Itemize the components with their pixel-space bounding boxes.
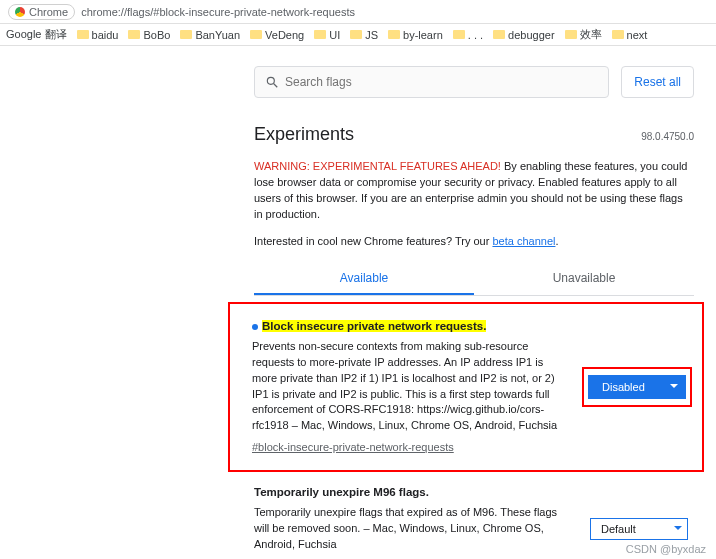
version-label: 98.0.4750.0 xyxy=(641,131,694,142)
search-input[interactable] xyxy=(285,75,598,89)
modified-dot-icon xyxy=(252,324,258,330)
bookmark-item[interactable]: JS xyxy=(350,29,378,41)
address-bar: Chrome chrome://flags/#block-insecure-pr… xyxy=(0,0,716,24)
folder-icon xyxy=(250,30,262,39)
search-icon xyxy=(265,75,279,89)
bookmark-item[interactable]: baidu xyxy=(77,29,119,41)
tab-unavailable[interactable]: Unavailable xyxy=(474,263,694,295)
svg-point-0 xyxy=(267,77,274,84)
bookmark-item[interactable]: BoBo xyxy=(128,29,170,41)
flag-item: Block insecure private network requests.… xyxy=(252,318,692,457)
flag-title: Block insecure private network requests. xyxy=(262,320,486,332)
bookmark-item[interactable]: VeDeng xyxy=(250,29,304,41)
bookmark-item[interactable]: debugger xyxy=(493,29,555,41)
select-highlight-box: Disabled xyxy=(582,367,692,407)
chrome-logo-icon xyxy=(15,7,25,17)
folder-icon xyxy=(453,30,465,39)
bookmark-item[interactable]: 效率 xyxy=(565,27,602,42)
folder-icon xyxy=(565,30,577,39)
svg-line-1 xyxy=(274,84,278,88)
folder-icon xyxy=(180,30,192,39)
search-row: Reset all xyxy=(254,66,694,98)
folder-icon xyxy=(77,30,89,39)
flag-title-row: Block insecure private network requests. xyxy=(252,318,570,335)
flag-description: Prevents non-secure contexts from making… xyxy=(252,339,570,435)
folder-icon xyxy=(493,30,505,39)
folder-icon xyxy=(314,30,326,39)
page-title: Experiments xyxy=(254,124,354,145)
bookmark-item[interactable]: UI xyxy=(314,29,340,41)
folder-icon xyxy=(128,30,140,39)
warning-bold: WARNING: EXPERIMENTAL FEATURES AHEAD! xyxy=(254,160,501,172)
flag-state-select[interactable]: Default xyxy=(590,518,688,540)
beta-line: Interested in cool new Chrome features? … xyxy=(254,235,694,247)
bookmark-item[interactable]: next xyxy=(612,29,648,41)
tab-available[interactable]: Available xyxy=(254,263,474,295)
tabs: Available Unavailable xyxy=(254,263,694,296)
scheme-label: Chrome xyxy=(29,6,68,18)
warning-text: WARNING: EXPERIMENTAL FEATURES AHEAD! By… xyxy=(254,159,694,223)
watermark: CSDN @byxdaz xyxy=(626,543,706,555)
flag-description: Temporarily unexpire flags that expired … xyxy=(254,505,572,553)
folder-icon xyxy=(350,30,362,39)
bookmark-item[interactable]: Google 翻译 xyxy=(6,27,67,42)
reset-all-button[interactable]: Reset all xyxy=(621,66,694,98)
flag-title: Temporarily unexpire M96 flags. xyxy=(254,484,572,501)
highlighted-flag-box: Block insecure private network requests.… xyxy=(228,302,704,473)
folder-icon xyxy=(388,30,400,39)
search-box[interactable] xyxy=(254,66,609,98)
beta-channel-link[interactable]: beta channel xyxy=(492,235,555,247)
url-text[interactable]: chrome://flags/#block-insecure-private-n… xyxy=(81,6,355,18)
bookmark-item[interactable]: BanYuan xyxy=(180,29,240,41)
bookmarks-bar: Google 翻译 baidu BoBo BanYuan VeDeng UI J… xyxy=(0,24,716,46)
bookmark-item[interactable]: . . . xyxy=(453,29,483,41)
folder-icon xyxy=(612,30,624,39)
url-scheme-chip: Chrome xyxy=(8,4,75,20)
bookmark-item[interactable]: by-learn xyxy=(388,29,443,41)
flag-state-select[interactable]: Disabled xyxy=(588,375,686,399)
flag-hash-link[interactable]: #block-insecure-private-network-requests xyxy=(252,440,454,456)
